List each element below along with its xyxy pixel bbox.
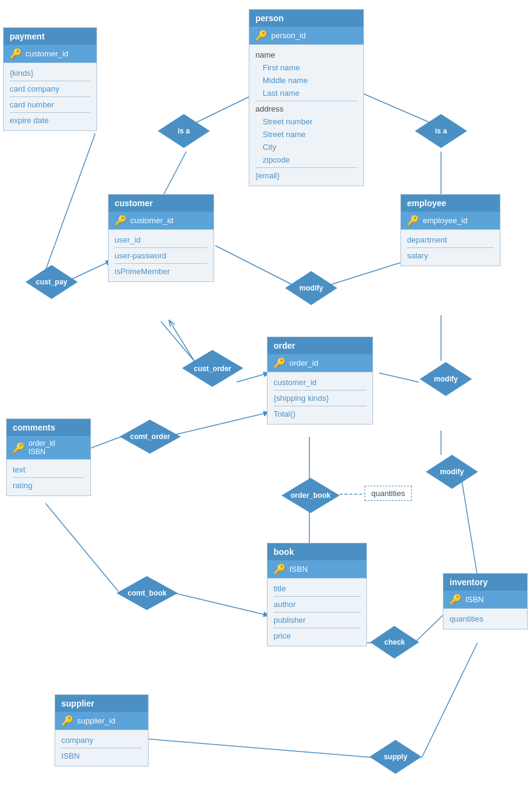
- field-kinds: {kinds}: [10, 67, 90, 79]
- diamond-supply-label: supply: [384, 753, 408, 761]
- diamond-comt-book-label: comt_book: [127, 589, 166, 597]
- field-name-label: name: [255, 49, 357, 61]
- canvas: payment 🔑 customer_id {kinds} card compa…: [0, 0, 532, 792]
- entity-book-header: book: [268, 543, 366, 560]
- field-department: department: [407, 233, 494, 246]
- field-salary: salary: [407, 249, 494, 262]
- field-zipcode: zipcode: [255, 153, 357, 166]
- entity-employee: employee 🔑 employee_id department salary: [400, 194, 500, 266]
- entity-comments-pk: 🔑 order_idISBN: [7, 436, 90, 460]
- entity-inventory-body: quantities: [443, 609, 527, 629]
- field-user-password: user-password: [115, 249, 207, 262]
- entity-book-body: title author publisher price: [268, 579, 366, 646]
- entity-supplier: supplier 🔑 supplier_id company ISBN: [55, 694, 149, 767]
- entity-employee-body: department salary: [401, 230, 500, 266]
- entity-employee-header: employee: [401, 195, 500, 212]
- entity-supplier-header: supplier: [55, 695, 148, 712]
- field-street-number: Street number: [255, 115, 357, 128]
- entity-person-header: person: [249, 10, 363, 27]
- svg-line-7: [329, 261, 406, 285]
- entity-employee-pk: 🔑 employee_id: [401, 212, 500, 230]
- pk-icon-comments: 🔑: [13, 442, 25, 454]
- field-title: title: [274, 582, 360, 595]
- diamond-cust-pay-label: cust_pay: [36, 278, 67, 286]
- diamond-is-a-left: is a: [157, 113, 211, 149]
- pk-icon-customer: 🔑: [115, 215, 127, 226]
- entity-person-body: name First name Middle name Last name ad…: [249, 45, 363, 186]
- svg-line-21: [167, 591, 269, 616]
- entity-inventory: inventory 🔑 ISBN quantities: [443, 573, 528, 629]
- field-first-name: First name: [255, 61, 357, 74]
- entity-order: order 🔑 order_id customer_id {shipping k…: [267, 337, 373, 425]
- entity-book: book 🔑 ISBN title author publisher price: [267, 543, 367, 646]
- field-card-company: card company: [10, 82, 90, 95]
- diamond-check: check: [369, 625, 420, 660]
- pk-icon-employee: 🔑: [407, 215, 419, 226]
- diamond-modify-3-label: modify: [440, 468, 463, 476]
- field-shipping-kinds: {shipping kinds}: [274, 392, 366, 404]
- entity-order-body: customer_id {shipping kinds} Total(): [268, 372, 372, 424]
- diamond-cust-pay: cust_pay: [24, 264, 79, 300]
- field-author: author: [274, 598, 360, 611]
- field-card-number: card number: [10, 98, 90, 111]
- diamond-comt-book: comt_book: [115, 575, 179, 611]
- diamond-is-a-right: is a: [414, 113, 468, 149]
- entity-person: person 🔑 person_id name First name Middl…: [249, 9, 364, 186]
- svg-line-4: [41, 133, 95, 282]
- svg-line-6: [215, 246, 293, 285]
- svg-line-9: [379, 373, 419, 382]
- field-user-id: user_id: [115, 233, 207, 246]
- entity-customer: customer 🔑 customer_id user_id user-pass…: [108, 194, 214, 282]
- diamond-is-a-right-label: is a: [435, 127, 447, 135]
- diamond-comt-order-label: comt_order: [130, 432, 170, 441]
- diamond-modify-1-label: modify: [299, 284, 323, 292]
- field-rating: rating: [13, 479, 84, 492]
- diamond-is-a-left-label: is a: [178, 127, 190, 135]
- diamond-check-label: check: [384, 638, 405, 646]
- entity-payment: payment 🔑 customer_id {kinds} card compa…: [3, 27, 97, 131]
- diamond-modify-3: modify: [425, 454, 479, 490]
- entity-person-pk: 🔑 person_id: [249, 27, 363, 45]
- field-publisher: publisher: [274, 614, 360, 626]
- pk-icon-person: 🔑: [255, 30, 268, 41]
- field-inventory-quantities: quantities: [450, 612, 521, 625]
- entity-customer-body: user_id user-password isPrimeMember: [109, 230, 214, 281]
- entity-order-pk: 🔑 order_id: [268, 354, 372, 372]
- field-order-customer-id: customer_id: [274, 376, 366, 389]
- field-address-label: address: [255, 102, 357, 115]
- entity-supplier-body: company ISBN: [55, 730, 148, 766]
- quantities-box: quantities: [365, 486, 412, 501]
- diamond-comt-order: comt_order: [118, 418, 182, 455]
- entity-inventory-pk: 🔑 ISBN: [443, 591, 527, 609]
- entity-customer-pk: 🔑 customer_id: [109, 212, 214, 230]
- pk-icon-book: 🔑: [274, 563, 286, 575]
- svg-line-25: [422, 643, 477, 758]
- svg-line-2: [161, 152, 186, 200]
- field-text: text: [13, 463, 84, 476]
- field-middle-name: Middle name: [255, 74, 357, 87]
- pk-icon-order: 🔑: [274, 357, 286, 369]
- entity-inventory-header: inventory: [443, 574, 527, 591]
- diamond-order-book-label: order_book: [291, 491, 331, 500]
- entity-comments-header: comments: [7, 419, 90, 436]
- diamond-modify-2: modify: [419, 361, 473, 397]
- field-is-prime: isPrimeMember: [115, 265, 207, 278]
- svg-line-20: [45, 503, 118, 591]
- entity-payment-header: payment: [4, 28, 96, 45]
- field-supplier-isbn: ISBN: [61, 750, 142, 762]
- entity-supplier-pk: 🔑 supplier_id: [55, 712, 148, 730]
- entity-payment-body: {kinds} card company card number expire …: [4, 63, 96, 130]
- diamond-cust-order-label: cust_order: [194, 364, 231, 373]
- pk-icon: 🔑: [10, 48, 22, 59]
- entity-order-header: order: [268, 337, 372, 354]
- field-city: City: [255, 141, 357, 153]
- svg-line-11: [461, 476, 477, 576]
- diamond-order-book: order_book: [280, 477, 341, 514]
- field-price: price: [274, 629, 360, 642]
- diamond-supply: supply: [368, 739, 423, 775]
- entity-comments: comments 🔑 order_idISBN text rating: [6, 418, 91, 496]
- field-last-name: Last name: [255, 87, 357, 99]
- field-total: Total(): [274, 408, 366, 420]
- entity-book-pk: 🔑 ISBN: [268, 560, 366, 579]
- svg-line-24: [121, 737, 379, 758]
